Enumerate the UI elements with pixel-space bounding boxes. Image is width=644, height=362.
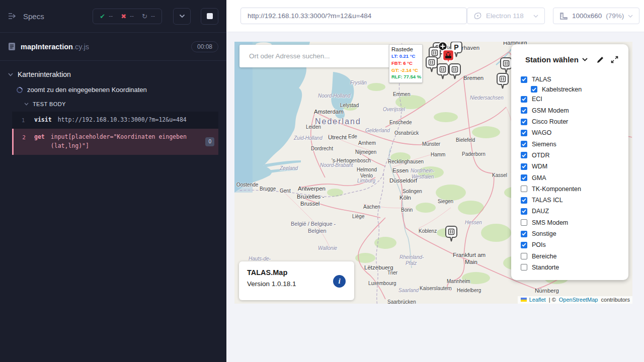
chevron-down-icon bbox=[179, 14, 185, 18]
station-marker[interactable] bbox=[445, 225, 458, 242]
tooltip-measurement: GT: -2.14 °C bbox=[391, 67, 420, 74]
test-row[interactable]: zoomt zu den eingegebenen Koordinaten bbox=[0, 81, 226, 98]
station-panel-list: TALASKabelstreckenECIGSM ModemCisco Rout… bbox=[511, 74, 628, 273]
leaflet-map[interactable]: HamburgBremerhavenBremenEmmenLelystadAms… bbox=[234, 42, 632, 304]
stop-button[interactable] bbox=[201, 8, 218, 25]
osm-link[interactable]: OpenStreetMap bbox=[559, 297, 598, 303]
station-filter-pois[interactable]: POIs bbox=[521, 239, 628, 250]
map-search-box bbox=[239, 45, 391, 67]
url-input[interactable] bbox=[240, 8, 467, 24]
station-filter-otdr[interactable]: OTDR bbox=[521, 150, 628, 161]
filter-label: Sonstige bbox=[532, 230, 556, 237]
filter-label: GSM Modem bbox=[532, 107, 569, 114]
checkbox-icon[interactable] bbox=[521, 130, 527, 136]
filter-label: POIs bbox=[532, 241, 546, 248]
station-filter-wago[interactable]: WAGO bbox=[521, 127, 628, 138]
filter-label: TALAS ICL bbox=[532, 197, 563, 204]
checkbox-icon[interactable] bbox=[521, 231, 527, 237]
station-filter-talas[interactable]: TALAS bbox=[521, 74, 628, 85]
command-row[interactable]: 1visithttp://192.168.10.33:3000/?m=12&u=… bbox=[12, 112, 218, 129]
browser-pane: Electron 118 1000x660 (79%) bbox=[226, 0, 644, 362]
edit-pencil-icon[interactable] bbox=[596, 56, 604, 64]
specs-list-icon[interactable] bbox=[8, 13, 17, 20]
checkbox-icon[interactable] bbox=[521, 152, 527, 158]
command-method: visit bbox=[34, 116, 52, 125]
filter-label: OTDR bbox=[532, 152, 549, 159]
command-log: 1visithttp://192.168.10.33:3000/?m=12&u=… bbox=[12, 112, 218, 155]
stat-pending: ↻-- bbox=[142, 13, 155, 20]
checkbox-icon[interactable] bbox=[521, 96, 527, 103]
station-filter-standorte[interactable]: Standorte bbox=[521, 262, 628, 273]
station-filter-sonstige[interactable]: Sonstige bbox=[521, 228, 628, 239]
station-filter-dauz[interactable]: DAUZ bbox=[521, 206, 628, 217]
tooltip-measurement: FBT: 6 °C bbox=[391, 60, 420, 67]
command-args: input[placeholder="Koordinaten eingeben … bbox=[51, 133, 199, 151]
checkbox-icon[interactable] bbox=[521, 208, 527, 215]
station-filter-cisco-router[interactable]: Cisco Router bbox=[521, 116, 628, 127]
station-filter-gsm-modem[interactable]: GSM Modem bbox=[521, 105, 628, 116]
station-filter-gma[interactable]: GMA bbox=[521, 172, 628, 183]
command-row[interactable]: 2getinput[placeholder="Koordinaten einge… bbox=[12, 129, 218, 155]
chevron-down-icon bbox=[24, 103, 29, 106]
checkbox-icon[interactable] bbox=[521, 219, 527, 226]
app-name: TALAS.Map bbox=[247, 268, 346, 277]
stat-failed: ✖-- bbox=[121, 13, 134, 20]
browser-select[interactable]: Electron 118 bbox=[467, 8, 545, 24]
tooltip-measurement: RLF: 77.54 % bbox=[391, 73, 420, 80]
chevron-down-icon[interactable] bbox=[582, 58, 588, 61]
checkbox-icon[interactable] bbox=[521, 141, 527, 147]
pending-icon: ↻ bbox=[142, 13, 147, 20]
checkbox-icon[interactable] bbox=[521, 264, 527, 270]
checkbox-icon[interactable] bbox=[521, 197, 527, 204]
checkbox-icon[interactable] bbox=[521, 107, 527, 114]
test-body-label: TEST BODY bbox=[33, 101, 66, 107]
running-spinner-icon bbox=[16, 85, 24, 94]
test-stats: ✔-- ✖-- ↻-- bbox=[93, 9, 162, 24]
sidebar-title: Specs bbox=[23, 12, 44, 21]
checkbox-icon[interactable] bbox=[521, 163, 527, 170]
checkbox-icon[interactable] bbox=[521, 253, 527, 259]
station-filter-sms-modem[interactable]: SMS Modem bbox=[521, 217, 628, 228]
spec-file-icon bbox=[8, 42, 16, 51]
sidebar-header: Specs ✔-- ✖-- ↻-- bbox=[0, 0, 226, 32]
failed-icon: ✖ bbox=[121, 13, 126, 20]
chevron-down-icon bbox=[533, 15, 538, 18]
station-filter-tk-komponenten[interactable]: TK-Komponenten bbox=[521, 184, 628, 195]
filter-label: Siemens bbox=[532, 141, 556, 148]
expand-icon[interactable] bbox=[611, 56, 618, 63]
viewport-select[interactable]: 1000x660 (79%) bbox=[553, 8, 639, 24]
station-filter-eci[interactable]: ECI bbox=[521, 94, 628, 105]
station-filter-bereiche[interactable]: Bereiche bbox=[521, 250, 628, 261]
checkbox-icon[interactable] bbox=[521, 186, 527, 192]
station-filter-wdm[interactable]: WDM bbox=[521, 161, 628, 172]
suite-row[interactable]: Karteninteraktion bbox=[0, 67, 226, 81]
test-body-toggle[interactable]: TEST BODY bbox=[0, 98, 226, 112]
test-title: zoomt zu den eingegebenen Koordinaten bbox=[27, 86, 147, 94]
station-marker[interactable] bbox=[496, 72, 509, 89]
checkbox-icon[interactable] bbox=[521, 242, 527, 248]
filter-label: ECI bbox=[532, 96, 542, 103]
ruler-icon bbox=[559, 12, 568, 20]
app-root: Specs ✔-- ✖-- ↻-- mapInteraction.cy.js 0… bbox=[0, 0, 644, 362]
passed-icon: ✔ bbox=[100, 13, 105, 20]
checkbox-icon[interactable] bbox=[521, 119, 527, 125]
collapse-all-button[interactable] bbox=[173, 8, 191, 25]
viewport-size: 1000x660 bbox=[572, 12, 602, 20]
alarm-marker[interactable] bbox=[442, 49, 455, 66]
checkbox-icon[interactable] bbox=[521, 76, 527, 83]
filter-label: TALAS bbox=[532, 76, 551, 83]
info-icon[interactable]: i bbox=[333, 275, 346, 288]
spec-file-row[interactable]: mapInteraction.cy.js 00:08 bbox=[0, 33, 226, 60]
command-method: get bbox=[34, 133, 45, 151]
station-filter-kabelstrecken[interactable]: Kabelstrecken bbox=[521, 85, 628, 94]
command-number: 1 bbox=[12, 116, 34, 125]
station-filter-siemens[interactable]: Siemens bbox=[521, 138, 628, 149]
app-viewport: HamburgBremerhavenBremenEmmenLelystadAms… bbox=[226, 32, 644, 362]
checkbox-icon[interactable] bbox=[531, 86, 537, 93]
test-runner-sidebar: Specs ✔-- ✖-- ↻-- mapInteraction.cy.js 0… bbox=[0, 0, 226, 362]
filter-label: Standorte bbox=[532, 264, 559, 271]
checkbox-icon[interactable] bbox=[521, 174, 527, 181]
leaflet-link[interactable]: Leaflet bbox=[529, 297, 546, 303]
station-filter-talas-icl[interactable]: TALAS ICL bbox=[521, 195, 628, 206]
search-input[interactable] bbox=[249, 52, 381, 60]
